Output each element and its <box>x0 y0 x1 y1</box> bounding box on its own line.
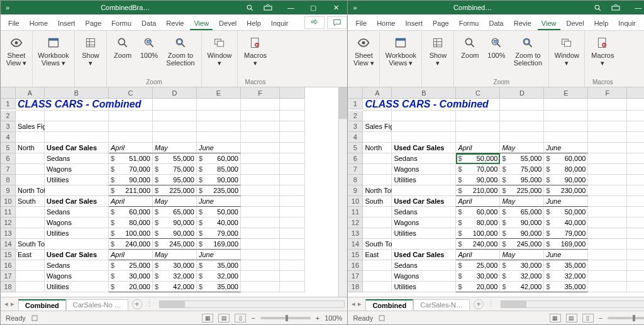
macro-record-icon[interactable] <box>31 314 38 322</box>
cell[interactable]: June <box>197 143 241 153</box>
row-header-10[interactable]: 10 <box>1 196 16 207</box>
cell-D18[interactable]: $42,000 <box>153 282 197 292</box>
minimize-button[interactable]: — <box>627 1 644 14</box>
cell[interactable]: Utilities <box>45 175 109 185</box>
cell[interactable]: Utilities <box>392 282 456 292</box>
cell-C16[interactable]: $25,000 <box>109 260 153 271</box>
row-header-11[interactable]: 11 <box>348 207 363 218</box>
zoom-100-button[interactable]: 100100% <box>483 33 509 67</box>
row-header-4[interactable]: 4 <box>1 132 16 143</box>
zoom-slider[interactable] <box>260 317 311 319</box>
macros-button[interactable]: Macros▾ <box>240 33 270 67</box>
row-header-13[interactable]: 13 <box>348 228 363 239</box>
cell[interactable]: May <box>500 196 544 207</box>
cell-E12[interactable]: $40,000 <box>544 218 588 228</box>
col-header-C[interactable]: C <box>456 87 500 99</box>
cell[interactable]: Used Car Sales <box>45 196 109 207</box>
cell-D6[interactable]: $55,000 <box>500 153 544 164</box>
cell-D14[interactable]: $245,000 <box>153 239 197 250</box>
cell-C13[interactable]: $100,000 <box>456 228 500 239</box>
cell[interactable]: Sedans <box>392 153 456 164</box>
row-header-12[interactable]: 12 <box>1 218 16 228</box>
cell[interactable]: South <box>16 196 45 207</box>
cell-D17[interactable]: $32,000 <box>153 271 197 282</box>
cell[interactable]: June <box>544 250 588 260</box>
horizontal-scrollbar[interactable] <box>159 300 345 308</box>
cell[interactable] <box>500 132 544 143</box>
ribbon-tab-page[interactable]: Page <box>82 17 106 30</box>
cell[interactable] <box>16 111 45 121</box>
cell-D13[interactable]: $90,000 <box>500 228 544 239</box>
cell-E14[interactable]: $169,000 <box>197 239 241 250</box>
cell-C8[interactable]: $90,000 <box>456 175 500 185</box>
cell[interactable]: Utilities <box>392 175 456 185</box>
cell-D7[interactable]: $75,000 <box>500 164 544 175</box>
row-header-14[interactable]: 14 <box>348 239 363 250</box>
row-header-1[interactable]: 1 <box>348 99 363 109</box>
cell-E8[interactable]: $90,000 <box>197 175 241 185</box>
sheet-tab-combined[interactable]: Combined <box>365 299 413 311</box>
zoom-level[interactable]: 100% <box>325 314 342 322</box>
sheet-tab-carsales[interactable]: CarSales-N… <box>413 299 470 310</box>
cell[interactable]: Sedans <box>45 153 109 164</box>
zoom-button[interactable]: Zoom <box>457 33 483 67</box>
row-header-15[interactable]: 15 <box>1 250 16 260</box>
cell[interactable]: Used Car Sales <box>392 250 456 260</box>
comments-button[interactable] <box>327 16 347 29</box>
cell-C6[interactable]: $51,000 <box>109 153 153 164</box>
cell-E11[interactable]: $50,000 <box>544 207 588 218</box>
cell-E17[interactable]: $32,000 <box>197 271 241 282</box>
cell[interactable] <box>363 111 392 121</box>
ribbon-tab-inquir[interactable]: Inquir <box>614 17 640 30</box>
col-header-E[interactable]: E <box>544 87 588 99</box>
cell-D8[interactable]: $95,000 <box>153 175 197 185</box>
sheet-tab-combined[interactable]: Combined <box>18 299 66 311</box>
ribbon-options-button[interactable] <box>604 1 627 14</box>
cell-C17[interactable]: $30,000 <box>109 271 153 282</box>
cell-C9[interactable]: $210,000 <box>456 185 500 196</box>
ribbon-tab-help[interactable]: Help <box>591 17 613 30</box>
row-header-3[interactable]: 3 <box>348 121 363 132</box>
row-header-8[interactable]: 8 <box>348 175 363 185</box>
cell-D9[interactable]: $225,000 <box>153 185 197 196</box>
row-header-7[interactable]: 7 <box>1 164 16 175</box>
cell-E11[interactable]: $50,000 <box>197 207 241 218</box>
window-button[interactable]: Window▾ <box>552 33 582 67</box>
row-header-17[interactable]: 17 <box>1 271 16 282</box>
cell[interactable]: May <box>153 250 197 260</box>
cell[interactable] <box>45 111 109 121</box>
cell[interactable]: East <box>16 250 45 260</box>
zoom-100-button[interactable]: 100100% <box>136 33 162 67</box>
row-header-11[interactable]: 11 <box>1 207 16 218</box>
ribbon-tab-view[interactable]: View <box>190 17 213 30</box>
search-icon[interactable] <box>594 4 602 12</box>
cell[interactable]: Wagons <box>45 164 109 175</box>
cell[interactable]: Used Car Sales <box>45 250 109 260</box>
cell[interactable]: South <box>363 196 392 207</box>
cell-E16[interactable]: $35,000 <box>197 260 241 271</box>
workbook-views-button[interactable]: WorkbookViews ▾ <box>35 33 72 67</box>
col-header-G[interactable] <box>627 87 644 99</box>
ribbon-tab-inquir[interactable]: Inquir <box>267 17 292 30</box>
col-header-F[interactable]: F <box>241 87 280 99</box>
cell-D16[interactable]: $30,000 <box>500 260 544 271</box>
cell[interactable]: Sedans <box>392 260 456 271</box>
cell[interactable]: Wagons <box>45 218 109 228</box>
zoom-out-button[interactable]: − <box>599 314 602 322</box>
cell[interactable]: June <box>197 196 241 207</box>
cell-C18[interactable]: $20,000 <box>456 282 500 292</box>
cell[interactable]: May <box>500 143 544 153</box>
cell[interactable] <box>363 132 392 143</box>
cell-D9[interactable]: $225,000 <box>500 185 544 196</box>
cell[interactable] <box>109 132 153 143</box>
row-header-7[interactable]: 7 <box>348 164 363 175</box>
select-all-corner[interactable] <box>1 87 16 99</box>
cell-C8[interactable]: $90,000 <box>109 175 153 185</box>
cell-D13[interactable]: $90,000 <box>153 228 197 239</box>
cell[interactable]: South Total <box>363 239 392 250</box>
cell[interactable]: Wagons <box>45 271 109 282</box>
cell[interactable]: Wagons <box>392 164 456 175</box>
ribbon-tab-page[interactable]: Page <box>429 17 453 30</box>
cell-C11[interactable]: $60,000 <box>109 207 153 218</box>
cell-E18[interactable]: $35,000 <box>197 282 241 292</box>
